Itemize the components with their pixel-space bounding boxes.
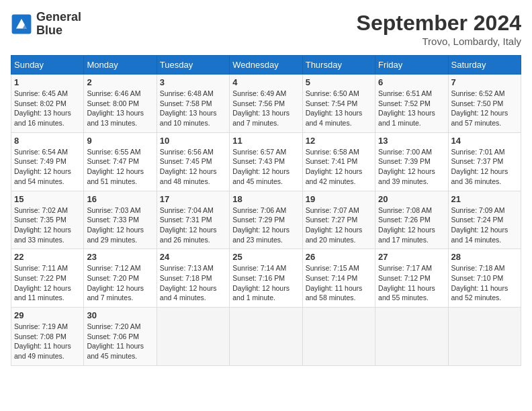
day-cell: 7Sunrise: 6:52 AM Sunset: 7:50 PM Daylig… bbox=[448, 75, 521, 133]
day-info: Sunrise: 6:46 AM Sunset: 8:00 PM Dayligh… bbox=[87, 89, 153, 128]
day-info: Sunrise: 7:00 AM Sunset: 7:39 PM Dayligh… bbox=[378, 147, 445, 187]
day-cell: 13Sunrise: 7:00 AM Sunset: 7:39 PM Dayli… bbox=[375, 132, 448, 191]
day-cell: 30Sunrise: 7:20 AM Sunset: 7:06 PM Dayli… bbox=[84, 308, 157, 366]
day-cell: 20Sunrise: 7:08 AM Sunset: 7:26 PM Dayli… bbox=[375, 191, 448, 249]
day-number: 8 bbox=[14, 136, 81, 146]
day-number: 25 bbox=[232, 252, 299, 262]
day-number: 26 bbox=[306, 252, 372, 262]
day-info: Sunrise: 7:09 AM Sunset: 7:24 PM Dayligh… bbox=[451, 205, 518, 245]
day-info: Sunrise: 7:07 AM Sunset: 7:27 PM Dayligh… bbox=[306, 205, 372, 245]
day-info: Sunrise: 7:08 AM Sunset: 7:26 PM Dayligh… bbox=[378, 205, 445, 245]
day-info: Sunrise: 7:15 AM Sunset: 7:14 PM Dayligh… bbox=[306, 263, 372, 303]
day-cell: 2Sunrise: 6:46 AM Sunset: 8:00 PM Daylig… bbox=[84, 75, 157, 133]
day-cell bbox=[230, 308, 302, 366]
day-cell: 14Sunrise: 7:01 AM Sunset: 7:37 PM Dayli… bbox=[448, 132, 521, 191]
day-number: 16 bbox=[87, 194, 153, 204]
day-number: 12 bbox=[306, 136, 372, 146]
day-number: 2 bbox=[87, 77, 153, 87]
weekday-header-thursday: Thursday bbox=[302, 56, 375, 75]
day-info: Sunrise: 6:58 AM Sunset: 7:41 PM Dayligh… bbox=[306, 147, 372, 187]
day-info: Sunrise: 6:48 AM Sunset: 7:58 PM Dayligh… bbox=[160, 89, 226, 128]
day-info: Sunrise: 7:19 AM Sunset: 7:08 PM Dayligh… bbox=[14, 322, 81, 361]
day-number: 18 bbox=[232, 194, 299, 204]
day-number: 19 bbox=[306, 194, 372, 204]
day-number: 13 bbox=[378, 136, 445, 146]
day-cell: 18Sunrise: 7:06 AM Sunset: 7:29 PM Dayli… bbox=[230, 191, 302, 249]
day-number: 6 bbox=[378, 77, 445, 87]
day-cell: 9Sunrise: 6:55 AM Sunset: 7:47 PM Daylig… bbox=[84, 132, 157, 191]
day-cell: 21Sunrise: 7:09 AM Sunset: 7:24 PM Dayli… bbox=[448, 191, 521, 249]
day-info: Sunrise: 7:03 AM Sunset: 7:33 PM Dayligh… bbox=[87, 205, 153, 245]
day-info: Sunrise: 6:52 AM Sunset: 7:50 PM Dayligh… bbox=[451, 89, 518, 128]
day-number: 11 bbox=[232, 136, 299, 146]
day-cell: 25Sunrise: 7:14 AM Sunset: 7:16 PM Dayli… bbox=[230, 249, 302, 308]
weekday-header-wednesday: Wednesday bbox=[230, 56, 302, 75]
weekday-header-monday: Monday bbox=[84, 56, 157, 75]
day-info: Sunrise: 6:55 AM Sunset: 7:47 PM Dayligh… bbox=[87, 147, 153, 187]
day-cell: 24Sunrise: 7:13 AM Sunset: 7:18 PM Dayli… bbox=[157, 249, 229, 308]
day-cell: 28Sunrise: 7:18 AM Sunset: 7:10 PM Dayli… bbox=[448, 249, 521, 308]
day-number: 22 bbox=[14, 252, 81, 262]
day-cell: 27Sunrise: 7:17 AM Sunset: 7:12 PM Dayli… bbox=[375, 249, 448, 308]
logo-icon bbox=[11, 13, 32, 35]
logo-line1: General bbox=[36, 11, 81, 24]
day-number: 29 bbox=[14, 310, 81, 320]
day-cell: 17Sunrise: 7:04 AM Sunset: 7:31 PM Dayli… bbox=[157, 191, 229, 249]
weekday-header-tuesday: Tuesday bbox=[157, 56, 229, 75]
day-cell: 15Sunrise: 7:02 AM Sunset: 7:35 PM Dayli… bbox=[11, 191, 84, 249]
logo: General Blue bbox=[11, 11, 81, 38]
day-number: 9 bbox=[87, 136, 153, 146]
calendar-table: SundayMondayTuesdayWednesdayThursdayFrid… bbox=[11, 55, 521, 366]
day-number: 21 bbox=[451, 194, 518, 204]
day-cell: 29Sunrise: 7:19 AM Sunset: 7:08 PM Dayli… bbox=[11, 308, 84, 366]
day-info: Sunrise: 7:14 AM Sunset: 7:16 PM Dayligh… bbox=[232, 263, 299, 303]
day-number: 4 bbox=[232, 77, 299, 87]
logo-line2: Blue bbox=[36, 24, 81, 38]
day-number: 7 bbox=[451, 77, 518, 87]
day-number: 23 bbox=[87, 252, 153, 262]
day-info: Sunrise: 7:02 AM Sunset: 7:35 PM Dayligh… bbox=[14, 205, 81, 245]
day-cell bbox=[448, 308, 521, 366]
day-info: Sunrise: 6:45 AM Sunset: 8:02 PM Dayligh… bbox=[14, 89, 81, 128]
day-cell: 23Sunrise: 7:12 AM Sunset: 7:20 PM Dayli… bbox=[84, 249, 157, 308]
day-info: Sunrise: 6:51 AM Sunset: 7:52 PM Dayligh… bbox=[378, 89, 445, 128]
day-cell bbox=[302, 308, 375, 366]
day-number: 28 bbox=[451, 252, 518, 262]
day-info: Sunrise: 6:50 AM Sunset: 7:54 PM Dayligh… bbox=[306, 89, 372, 128]
week-row-3: 15Sunrise: 7:02 AM Sunset: 7:35 PM Dayli… bbox=[11, 191, 521, 249]
month-title: September 2024 bbox=[357, 11, 521, 36]
day-cell: 10Sunrise: 6:56 AM Sunset: 7:45 PM Dayli… bbox=[157, 132, 229, 191]
day-info: Sunrise: 7:06 AM Sunset: 7:29 PM Dayligh… bbox=[232, 205, 299, 245]
day-cell: 6Sunrise: 6:51 AM Sunset: 7:52 PM Daylig… bbox=[375, 75, 448, 133]
day-info: Sunrise: 6:56 AM Sunset: 7:45 PM Dayligh… bbox=[160, 147, 226, 187]
week-row-5: 29Sunrise: 7:19 AM Sunset: 7:08 PM Dayli… bbox=[11, 308, 521, 366]
day-info: Sunrise: 7:17 AM Sunset: 7:12 PM Dayligh… bbox=[378, 263, 445, 303]
day-info: Sunrise: 7:12 AM Sunset: 7:20 PM Dayligh… bbox=[87, 263, 153, 303]
day-number: 3 bbox=[160, 77, 226, 87]
day-number: 27 bbox=[378, 252, 445, 262]
day-info: Sunrise: 6:49 AM Sunset: 7:56 PM Dayligh… bbox=[232, 89, 299, 128]
day-cell: 11Sunrise: 6:57 AM Sunset: 7:43 PM Dayli… bbox=[230, 132, 302, 191]
day-info: Sunrise: 7:01 AM Sunset: 7:37 PM Dayligh… bbox=[451, 147, 518, 187]
header: General Blue September 2024 Trovo, Lomba… bbox=[11, 11, 521, 47]
week-row-4: 22Sunrise: 7:11 AM Sunset: 7:22 PM Dayli… bbox=[11, 249, 521, 308]
day-cell: 3Sunrise: 6:48 AM Sunset: 7:58 PM Daylig… bbox=[157, 75, 229, 133]
week-row-2: 8Sunrise: 6:54 AM Sunset: 7:49 PM Daylig… bbox=[11, 132, 521, 191]
weekday-header-row: SundayMondayTuesdayWednesdayThursdayFrid… bbox=[11, 56, 521, 75]
day-number: 14 bbox=[451, 136, 518, 146]
day-cell: 4Sunrise: 6:49 AM Sunset: 7:56 PM Daylig… bbox=[230, 75, 302, 133]
day-info: Sunrise: 7:20 AM Sunset: 7:06 PM Dayligh… bbox=[87, 322, 153, 361]
day-number: 17 bbox=[160, 194, 226, 204]
day-cell bbox=[157, 308, 229, 366]
day-cell: 1Sunrise: 6:45 AM Sunset: 8:02 PM Daylig… bbox=[11, 75, 84, 133]
weekday-header-sunday: Sunday bbox=[11, 56, 84, 75]
day-cell bbox=[375, 308, 448, 366]
weekday-header-friday: Friday bbox=[375, 56, 448, 75]
day-info: Sunrise: 7:11 AM Sunset: 7:22 PM Dayligh… bbox=[14, 263, 81, 303]
day-number: 15 bbox=[14, 194, 81, 204]
day-number: 5 bbox=[306, 77, 372, 87]
day-info: Sunrise: 6:54 AM Sunset: 7:49 PM Dayligh… bbox=[14, 147, 81, 187]
weekday-header-saturday: Saturday bbox=[448, 56, 521, 75]
day-number: 24 bbox=[160, 252, 226, 262]
day-number: 1 bbox=[14, 77, 81, 87]
